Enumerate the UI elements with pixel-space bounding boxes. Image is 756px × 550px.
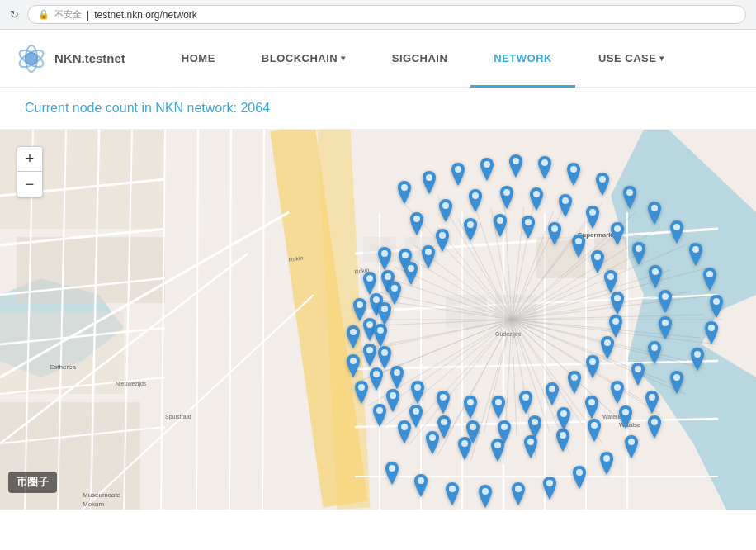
map-pin[interactable] — [522, 435, 540, 458]
nav-network[interactable]: NETWORK — [470, 30, 575, 88]
map-pin[interactable] — [701, 268, 719, 291]
map-pin[interactable] — [434, 391, 452, 414]
zoom-out-button[interactable]: − — [17, 172, 42, 197]
map-pin[interactable] — [554, 429, 572, 452]
map-pin[interactable] — [371, 324, 390, 347]
zoom-in-button[interactable]: + — [17, 147, 42, 172]
map-pin[interactable] — [585, 419, 603, 442]
map-pin[interactable] — [498, 186, 516, 209]
map-pin[interactable] — [607, 315, 625, 338]
map-pin[interactable] — [656, 290, 674, 313]
map-pin[interactable] — [402, 262, 420, 285]
map-pin[interactable] — [491, 214, 509, 237]
map-pin[interactable] — [643, 391, 661, 414]
map-pin[interactable] — [527, 187, 546, 211]
nav-sigchain[interactable]: SIGCHAIN — [369, 30, 471, 88]
map-container[interactable]: Rokin Rokin Oudezijds Spuistraat Nieuwez… — [0, 130, 756, 510]
map-pin[interactable] — [476, 485, 494, 508]
map-pin[interactable] — [464, 420, 482, 443]
map-pin[interactable] — [583, 396, 601, 419]
map-pin[interactable] — [570, 466, 588, 489]
map-pin[interactable] — [419, 245, 437, 268]
map-pin[interactable] — [519, 216, 537, 239]
map-pin[interactable] — [598, 452, 616, 475]
svg-point-207 — [391, 285, 398, 292]
map-pin[interactable] — [688, 348, 706, 371]
map-pin[interactable] — [420, 171, 438, 194]
svg-point-173 — [501, 424, 508, 430]
map-pin[interactable] — [565, 163, 583, 186]
map-pin[interactable] — [622, 435, 640, 458]
map-pin[interactable] — [478, 158, 496, 181]
map-pin[interactable] — [602, 270, 620, 293]
map-pin[interactable] — [461, 396, 480, 419]
map-pin[interactable] — [546, 222, 564, 245]
browser-bar: ↻ 🔒 不安全 | testnet.nkn.org/network — [0, 0, 756, 30]
map-pin[interactable] — [556, 194, 574, 217]
map-pin[interactable] — [584, 355, 602, 378]
map-pin[interactable] — [668, 371, 686, 394]
map-pin[interactable] — [376, 346, 394, 369]
reload-icon[interactable]: ↻ — [10, 8, 19, 21]
map-pin[interactable] — [630, 242, 648, 265]
map-pin[interactable] — [517, 391, 535, 414]
map-pin[interactable] — [645, 415, 664, 439]
map-pin[interactable] — [361, 272, 379, 295]
map-pin[interactable] — [449, 163, 467, 186]
map-pin[interactable] — [617, 405, 635, 429]
nav-home[interactable]: HOME — [158, 30, 239, 88]
map-pin[interactable] — [507, 154, 525, 178]
map-pin[interactable] — [645, 202, 664, 225]
map-pin[interactable] — [656, 316, 674, 339]
map-pin[interactable] — [376, 302, 394, 325]
map-pin[interactable] — [395, 181, 413, 204]
map-pin[interactable] — [344, 354, 362, 377]
map-pin[interactable] — [555, 407, 573, 430]
map-pin[interactable] — [461, 218, 480, 241]
map-pin[interactable] — [509, 482, 527, 505]
map-pin[interactable] — [608, 222, 626, 245]
map-pin[interactable] — [646, 265, 664, 288]
map-pin[interactable] — [565, 371, 584, 394]
svg-point-196 — [571, 374, 578, 381]
logo[interactable]: NKN.testnet — [17, 44, 125, 73]
map-pin[interactable] — [408, 212, 426, 235]
map-pin[interactable] — [707, 295, 725, 318]
map-pin[interactable] — [569, 235, 588, 258]
map-pin[interactable] — [489, 396, 508, 419]
map-pin[interactable] — [584, 206, 602, 229]
map-pin[interactable] — [344, 325, 362, 348]
map-pin[interactable] — [383, 462, 401, 485]
map-pin[interactable] — [541, 477, 559, 500]
nav-blockchain[interactable]: BLOCKCHAIN ▾ — [239, 30, 369, 88]
svg-point-153 — [366, 275, 373, 282]
map-pin[interactable] — [629, 363, 647, 386]
address-bar[interactable]: 🔒 不安全 | testnet.nkn.org/network — [27, 5, 746, 24]
map-pin[interactable] — [466, 189, 484, 212]
map-pin[interactable] — [407, 405, 425, 428]
map-pin[interactable] — [608, 381, 626, 404]
map-pin[interactable] — [645, 341, 664, 364]
map-pin[interactable] — [376, 247, 394, 270]
map-pin[interactable] — [412, 474, 430, 497]
map-pin[interactable] — [495, 420, 513, 443]
map-pin[interactable] — [443, 482, 461, 505]
map-pin[interactable] — [367, 367, 385, 391]
map-pin[interactable] — [621, 186, 639, 209]
map-pin[interactable] — [385, 282, 404, 305]
svg-point-163 — [636, 245, 642, 252]
map-pin[interactable] — [702, 321, 721, 344]
map-pin[interactable] — [536, 156, 554, 179]
map-pin[interactable] — [526, 415, 544, 439]
map-pin[interactable] — [543, 382, 561, 405]
map-pin[interactable] — [608, 292, 626, 315]
map-pin[interactable] — [687, 243, 705, 266]
map-pin[interactable] — [435, 415, 453, 439]
nav-usecase[interactable]: USE CASE ▾ — [575, 30, 687, 88]
map-pin[interactable] — [593, 173, 612, 196]
map-pin[interactable] — [409, 381, 427, 404]
map-pin[interactable] — [437, 199, 455, 222]
map-pin[interactable] — [668, 220, 686, 244]
map-pin[interactable] — [388, 366, 406, 389]
map-pin[interactable] — [384, 389, 402, 412]
